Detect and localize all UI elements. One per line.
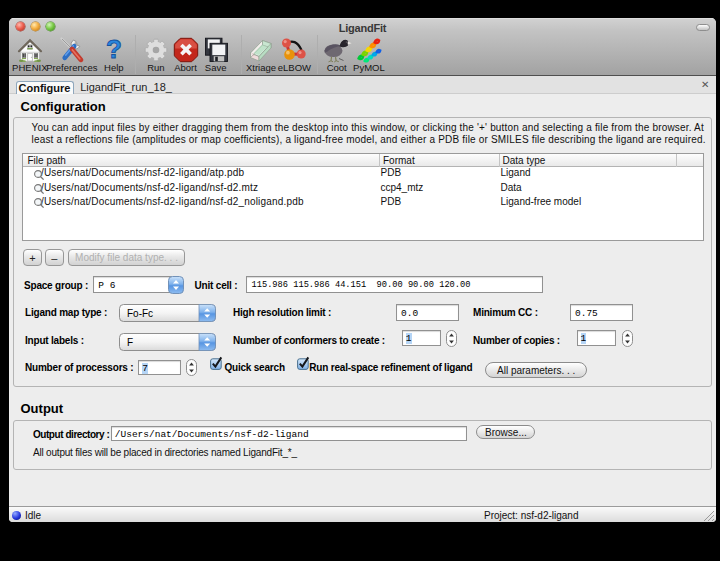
svg-text:?: ? (106, 36, 122, 62)
svg-text:Fo-Fc: Fo-Fc (127, 308, 153, 319)
svg-text:F: F (127, 337, 133, 348)
